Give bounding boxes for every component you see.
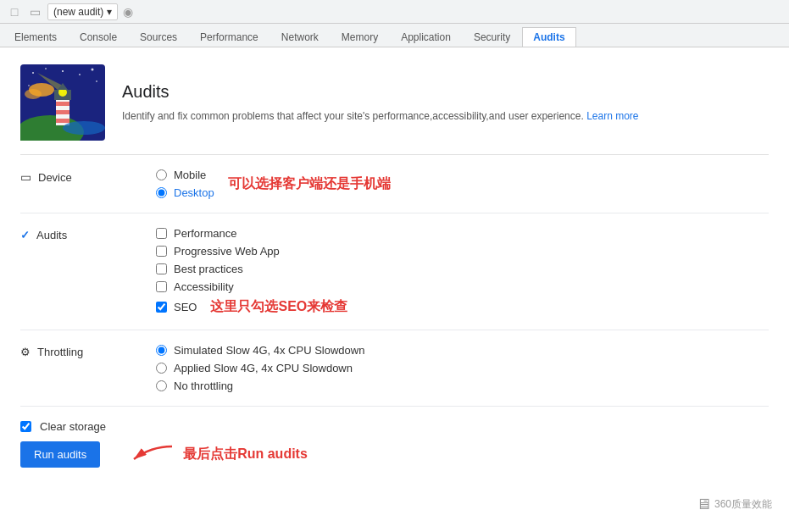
tab-application[interactable]: Application [390,27,462,47]
svg-point-6 [28,85,30,86]
throttling-none-label: No throttling [174,380,233,392]
device-icon: ▭ [20,170,31,184]
device-desktop-label: Desktop [174,186,214,199]
audit-seo-label: SEO [174,301,197,313]
tab-memory[interactable]: Memory [331,27,389,47]
device-section: ▭ Device Mobile Desktop 可以选 [20,155,769,213]
throttling-applied-option[interactable]: Applied Slow 4G, 4x CPU Slowdown [156,362,769,374]
run-annotation-text: 最后点击Run audits [183,446,308,463]
audit-bestpractices-item[interactable]: Best practices [156,263,769,275]
svg-point-7 [96,80,97,82]
device-mobile-option[interactable]: Mobile [156,169,214,181]
svg-rect-12 [56,119,69,123]
throttling-simulated-label: Simulated Slow 4G, 4x CPU Slowdown [174,344,364,357]
arrow-icon [125,442,176,468]
audits-checkboxes: Performance Progressive Web App Best pra… [156,227,769,316]
seo-row: SEO 这里只勾选SEO来检查 [156,298,769,316]
tab-console[interactable]: Console [69,27,128,47]
main-content: Audits Identify and fix common problems … [0,47,789,530]
device-radio-group: Mobile Desktop [156,169,214,199]
tab-performance[interactable]: Performance [189,27,269,47]
device-annotation: 可以选择客户端还是手机端 [228,175,391,193]
svg-point-5 [92,69,94,71]
mobile-icon[interactable]: ▭ [27,4,42,19]
svg-point-17 [63,121,105,135]
learn-more-link[interactable]: Learn more [586,110,638,122]
audit-pwa-item[interactable]: Progressive Web App [156,245,769,258]
throttling-label: ⚙ Throttling [20,344,156,358]
right-content-panel: Audits Identify and fix common problems … [0,47,789,530]
watermark-icon: 🖥 [696,496,711,513]
run-section: Clear storage Run audits 最后点击Run audits [20,407,769,481]
chevron-down-icon: ▾ [107,6,112,18]
watermark-text: 360质量效能 [714,497,772,512]
audit-pwa-label: Progressive Web App [174,245,280,258]
svg-rect-11 [56,110,69,114]
run-button-row: Run audits 最后点击Run audits [20,441,769,468]
run-audits-button[interactable]: Run audits [20,441,100,468]
svg-rect-10 [56,102,69,106]
run-annotation-container: 最后点击Run audits [125,442,308,468]
audit-dropdown-value: (new audit) [53,6,103,18]
audit-dropdown[interactable]: (new audit) ▾ [47,3,118,20]
dev-tools-toolbar: □ ▭ (new audit) ▾ ◉ [0,0,789,24]
header-section: Audits Identify and fix common problems … [20,47,769,155]
device-label: ▭ Device [20,169,156,184]
stop-icon[interactable]: ◉ [123,5,133,19]
tab-audits[interactable]: Audits [522,27,575,47]
throttling-section: ⚙ Throttling Simulated Slow 4G, 4x CPU S… [20,330,769,407]
throttling-none-option[interactable]: No throttling [156,380,769,392]
audit-bestpractices-label: Best practices [174,263,243,275]
audit-seo-item[interactable]: SEO [156,301,197,313]
gear-icon: ⚙ [20,346,31,358]
tab-sources[interactable]: Sources [129,27,188,47]
tab-elements[interactable]: Elements [3,27,68,47]
audits-checkmark: ✓ [20,229,30,241]
throttling-radio-group: Simulated Slow 4G, 4x CPU Slowdown Appli… [156,344,769,392]
svg-point-3 [62,70,64,72]
audit-accessibility-label: Accessibility [174,280,234,293]
header-text: Audits Identify and fix common problems … [122,82,639,124]
devtools-tab-bar: Elements Console Sources Performance Net… [0,24,789,47]
audits-label: ✓ Audits [20,227,156,241]
lighthouse-illustration [20,64,105,141]
clear-storage-row: Clear storage [20,420,769,433]
svg-point-4 [79,74,81,75]
clear-storage-label: Clear storage [40,420,106,433]
svg-point-19 [25,89,42,99]
audit-performance-label: Performance [174,227,236,240]
clear-storage-checkbox[interactable] [20,421,31,432]
dock-icon[interactable]: □ [7,4,22,19]
header-description: Identify and fix common problems that af… [122,108,639,124]
tab-security[interactable]: Security [463,27,521,47]
audit-performance-item[interactable]: Performance [156,227,769,240]
device-options: Mobile Desktop 可以选择客户端还是手机端 [156,169,769,199]
throttling-options: Simulated Slow 4G, 4x CPU Slowdown Appli… [156,344,769,392]
audit-accessibility-item[interactable]: Accessibility [156,280,769,293]
svg-point-1 [32,72,34,74]
audits-config-section: ✓ Audits Performance Progressive Web App [20,213,769,330]
device-mobile-label: Mobile [174,169,206,181]
audits-checkbox-group: Performance Progressive Web App Best pra… [156,227,769,316]
device-desktop-option[interactable]: Desktop [156,186,214,199]
watermark: 🖥 360质量效能 [696,496,772,513]
throttling-simulated-option[interactable]: Simulated Slow 4G, 4x CPU Slowdown [156,344,769,357]
seo-annotation: 这里只勾选SEO来检查 [210,298,347,316]
throttling-applied-label: Applied Slow 4G, 4x CPU Slowdown [174,362,353,374]
tab-network[interactable]: Network [270,27,330,47]
page-title: Audits [122,82,639,102]
svg-point-2 [45,68,47,69]
